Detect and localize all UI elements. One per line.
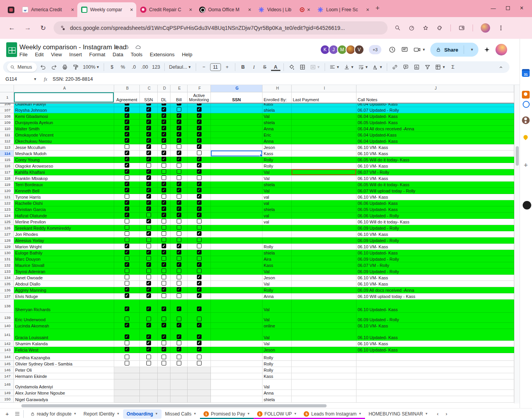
- checkbox-cell-C132[interactable]: [140, 262, 158, 268]
- checked-checkbox[interactable]: [197, 126, 202, 130]
- checkbox-cell-E122[interactable]: [170, 200, 188, 206]
- checkbox-cell-E106[interactable]: [170, 104, 188, 107]
- unchecked-checkbox[interactable]: [177, 169, 181, 174]
- keep-icon[interactable]: [522, 91, 530, 99]
- ssn-cell-G127[interactable]: [211, 231, 263, 237]
- checkbox-cell-C143[interactable]: [140, 347, 158, 353]
- checkbox-cell-E108[interactable]: [170, 113, 188, 119]
- checkbox-cell-B143[interactable]: [114, 347, 140, 353]
- checked-checkbox[interactable]: [177, 250, 181, 255]
- checked-checkbox[interactable]: [146, 281, 151, 286]
- row-header-145[interactable]: 145: [0, 361, 14, 367]
- checkbox-cell-D145[interactable]: [158, 361, 170, 367]
- ssn-cell-G139[interactable]: [211, 313, 263, 323]
- unchecked-checkbox[interactable]: [162, 293, 166, 298]
- unchecked-checkbox[interactable]: [125, 317, 129, 321]
- extensions-icon[interactable]: [436, 25, 443, 31]
- enrolled-by-cell[interactable]: Val: [263, 113, 292, 119]
- ssn-cell-G136[interactable]: [211, 287, 263, 293]
- checked-checkbox[interactable]: [162, 200, 166, 205]
- checked-checkbox[interactable]: [177, 104, 181, 106]
- checkbox-cell-B129[interactable]: [114, 244, 140, 250]
- header-cell-F1[interactable]: Active Monitoring: [188, 92, 211, 103]
- checked-checkbox[interactable]: [162, 213, 166, 217]
- checkbox-cell-F143[interactable]: [188, 347, 211, 353]
- number-format-button[interactable]: 123: [151, 62, 161, 72]
- unchecked-checkbox[interactable]: [177, 355, 181, 359]
- menu-data[interactable]: Data: [113, 52, 123, 57]
- client-name-cell[interactable]: Oyindamola Adeniyi: [14, 379, 114, 390]
- document-title[interactable]: Weekly comparison - Instagram lead: [19, 43, 127, 51]
- sheet-tab-follow-up[interactable]: 1FOLLOW UP▼: [254, 409, 301, 419]
- row-header-112[interactable]: 112: [0, 138, 14, 144]
- sheets-logo-icon[interactable]: [6, 42, 17, 57]
- checkbox-cell-C134[interactable]: [140, 275, 158, 281]
- ssn-cell-G141[interactable]: [211, 329, 263, 341]
- name-box-caret-icon[interactable]: ▼: [33, 77, 37, 81]
- checkbox-cell-C131[interactable]: [140, 256, 158, 262]
- checked-checkbox[interactable]: [177, 206, 181, 211]
- ssn-cell-G125[interactable]: [211, 219, 263, 225]
- checked-checkbox[interactable]: [162, 250, 166, 255]
- sheet-tab-report-identity[interactable]: Report IDentity▼: [80, 409, 123, 419]
- checked-checkbox[interactable]: [125, 250, 129, 255]
- unchecked-checkbox[interactable]: [125, 275, 129, 279]
- enrolled-by-cell[interactable]: Val: [263, 188, 292, 194]
- enrolled-by-cell[interactable]: shiela: [263, 119, 292, 126]
- meet-caret-icon[interactable]: ▼: [422, 48, 426, 52]
- checked-checkbox[interactable]: [146, 219, 151, 223]
- ssn-cell-G132[interactable]: [211, 262, 263, 268]
- column-header-D[interactable]: D: [158, 85, 170, 92]
- checkbox-cell-F113[interactable]: [188, 144, 211, 151]
- unchecked-checkbox[interactable]: [162, 361, 166, 365]
- checked-checkbox[interactable]: [125, 287, 129, 292]
- last-payment-cell[interactable]: [292, 390, 356, 396]
- last-payment-cell[interactable]: [292, 244, 356, 250]
- ssn-cell-G116[interactable]: [211, 163, 263, 169]
- checkbox-cell-B145[interactable]: [114, 361, 140, 367]
- insert-chart-button[interactable]: [412, 62, 421, 72]
- unchecked-checkbox[interactable]: [162, 225, 166, 230]
- ssn-cell-G122[interactable]: [211, 200, 263, 206]
- row-header-1[interactable]: 1: [0, 92, 14, 103]
- checkbox-cell-E120[interactable]: [170, 188, 188, 194]
- call-notes-cell[interactable]: 06.10 VM- Kass: [356, 194, 514, 200]
- menu-extensions[interactable]: Extensions: [150, 52, 175, 57]
- client-name-cell[interactable]: Walter Smith: [14, 126, 114, 132]
- unchecked-checkbox[interactable]: [177, 341, 181, 345]
- client-name-cell[interactable]: Jon Rhodes: [14, 231, 114, 237]
- checked-checkbox[interactable]: [197, 281, 202, 286]
- call-notes-cell[interactable]: 06.10 VM- Kass: [356, 163, 514, 169]
- checkbox-cell-C128[interactable]: [140, 237, 158, 244]
- unchecked-checkbox[interactable]: [177, 175, 181, 180]
- enrolled-by-cell[interactable]: Jeson: [263, 275, 292, 281]
- increase-decimal-button[interactable]: .00: [140, 62, 149, 72]
- call-notes-cell[interactable]: 06.10 Updated- Kass: [356, 250, 514, 256]
- checked-checkbox[interactable]: [197, 334, 202, 339]
- unchecked-checkbox[interactable]: [177, 163, 181, 168]
- checked-checkbox[interactable]: [197, 138, 202, 143]
- row-header-131[interactable]: 131: [0, 256, 14, 262]
- checkbox-cell-B130[interactable]: [114, 250, 140, 256]
- fill-color-button[interactable]: [287, 62, 296, 72]
- name-box[interactable]: G114: [0, 76, 33, 82]
- client-name-cell[interactable]: Maurice Stovall: [14, 262, 114, 268]
- ssn-cell-G142[interactable]: [211, 341, 263, 347]
- checkbox-cell-F121[interactable]: [188, 194, 211, 200]
- unchecked-checkbox[interactable]: [162, 175, 166, 180]
- enrolled-by-cell[interactable]: Val: [263, 329, 292, 341]
- call-notes-cell[interactable]: 06.10 Will uplaod today - Kass: [356, 293, 514, 300]
- insert-link-button[interactable]: [390, 62, 400, 72]
- checked-checkbox[interactable]: [197, 144, 202, 149]
- checkbox-cell-B138[interactable]: [114, 300, 140, 313]
- last-payment-cell[interactable]: [292, 341, 356, 347]
- checkbox-cell-F135[interactable]: [188, 281, 211, 287]
- checkbox-cell-B117[interactable]: [114, 169, 140, 175]
- create-filter-button[interactable]: [423, 62, 432, 72]
- checkbox-cell-E135[interactable]: [170, 281, 188, 287]
- checkbox-cell-B123[interactable]: [114, 206, 140, 213]
- decrease-decimal-button[interactable]: .0: [129, 62, 138, 72]
- unchecked-checkbox[interactable]: [162, 275, 166, 279]
- call-notes-cell[interactable]: 06.10 VM- Kass: [356, 144, 514, 151]
- vertical-align-button[interactable]: ▼: [342, 62, 355, 72]
